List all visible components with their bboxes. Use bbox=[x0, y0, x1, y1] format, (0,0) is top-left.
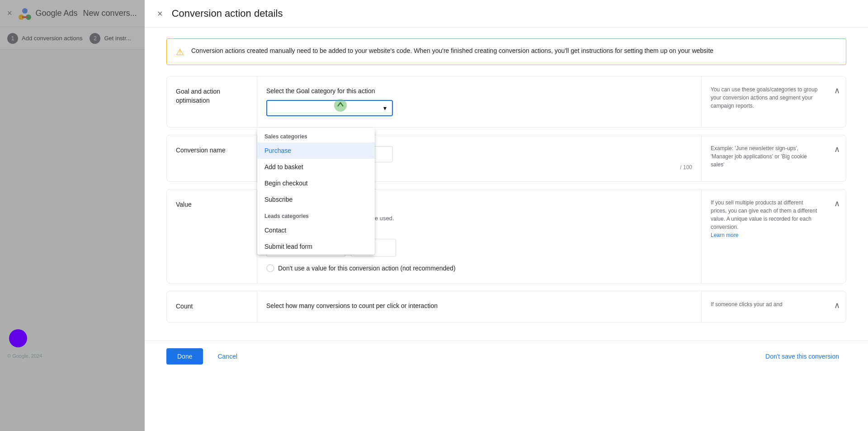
count-description: Select how many conversions to count per… bbox=[266, 302, 692, 309]
count-label-col: Count bbox=[167, 291, 257, 322]
value-help-col: If you sell multiple products at differe… bbox=[701, 189, 828, 283]
conversion-name-label: Conversion name bbox=[176, 147, 226, 154]
no-value-radio[interactable] bbox=[266, 264, 274, 272]
goal-optimisation-section: Goal and action optimisation Select the … bbox=[166, 76, 846, 128]
count-section: Count Select how many conversions to cou… bbox=[166, 291, 846, 322]
dropdown-arrow-icon: ▾ bbox=[383, 104, 387, 112]
no-value-row: Don't use a value for this conversion ac… bbox=[266, 264, 692, 272]
value-help-text: If you sell multiple products at differe… bbox=[711, 199, 817, 230]
cancel-button[interactable]: Cancel bbox=[210, 348, 245, 365]
goal-help-text: You can use these goals/categories to gr… bbox=[711, 86, 817, 109]
value-section-label: Value bbox=[176, 201, 192, 208]
conversion-name-help-text: Example: 'June newsletter sign-ups', 'Ma… bbox=[711, 145, 807, 168]
help-button[interactable] bbox=[9, 329, 27, 347]
count-help-text: If someone clicks your ad and bbox=[711, 301, 783, 308]
section-label-col-goal: Goal and action optimisation bbox=[167, 76, 257, 127]
warning-banner: ⚠ Conversion actions created manually ne… bbox=[166, 38, 846, 65]
goal-field-label: Select the Goal category for this action bbox=[266, 87, 692, 95]
warning-icon: ⚠ bbox=[176, 47, 184, 57]
svg-point-4 bbox=[334, 99, 347, 112]
modal-close-button[interactable]: × bbox=[156, 7, 165, 20]
dropdown-item-add-to-basket[interactable]: Add to basket bbox=[257, 159, 375, 175]
cursor-svg bbox=[333, 98, 348, 113]
goal-category-dropdown-menu: Sales categories Purchase Add to basket … bbox=[257, 128, 375, 255]
leads-categories-header: Leads categories bbox=[257, 208, 375, 222]
modal-body: ⚠ Conversion actions created manually ne… bbox=[145, 28, 868, 341]
conversion-name-collapse-col: ∧ bbox=[828, 135, 846, 181]
goal-section-help: You can use these goals/categories to gr… bbox=[701, 76, 828, 127]
goal-section-main: Select the Goal category for this action… bbox=[257, 76, 701, 127]
goal-collapse-col: ∧ bbox=[828, 76, 846, 127]
value-collapse-col: ∧ bbox=[828, 189, 846, 283]
warning-text: Conversion actions created manually need… bbox=[191, 46, 713, 56]
learn-more-link[interactable]: Learn more bbox=[711, 232, 738, 238]
conversion-name-collapse-button[interactable]: ∧ bbox=[832, 142, 842, 156]
conversion-action-details-modal: × Conversion action details ⚠ Conversion… bbox=[145, 0, 868, 431]
count-main-col: Select how many conversions to count per… bbox=[257, 291, 701, 322]
count-section-label: Count bbox=[176, 303, 193, 310]
value-label-col: Value bbox=[167, 189, 257, 283]
count-help-col: If someone clicks your ad and bbox=[701, 291, 828, 322]
goal-collapse-button[interactable]: ∧ bbox=[832, 84, 842, 97]
dropdown-scroll-area[interactable]: Sales categories Purchase Add to basket … bbox=[257, 128, 375, 255]
conversion-name-help: Example: 'June newsletter sign-ups', 'Ma… bbox=[701, 135, 828, 181]
count-collapse-col: ∧ bbox=[828, 291, 846, 322]
no-value-label: Don't use a value for this conversion ac… bbox=[278, 265, 456, 272]
sales-categories-header: Sales categories bbox=[257, 128, 375, 142]
copyright-text: © Google, 2024 bbox=[7, 353, 42, 359]
dropdown-item-subscribe[interactable]: Subscribe bbox=[257, 191, 375, 208]
dropdown-item-submit-lead[interactable]: Submit lead form bbox=[257, 238, 375, 255]
conversion-name-label-col: Conversion name bbox=[167, 135, 257, 181]
modal-header: × Conversion action details bbox=[145, 0, 868, 28]
done-button[interactable]: Done bbox=[166, 348, 203, 365]
value-collapse-button[interactable]: ∧ bbox=[832, 197, 842, 210]
goal-category-dropdown[interactable]: ▾ bbox=[266, 100, 393, 116]
gray-overlay bbox=[0, 0, 145, 431]
modal-title: Conversion action details bbox=[172, 8, 283, 19]
modal-footer: Done Cancel Don't save this conversion bbox=[145, 341, 868, 372]
goal-section-label: Goal and action optimisation bbox=[176, 88, 220, 104]
count-collapse-button[interactable]: ∧ bbox=[832, 298, 842, 312]
dropdown-item-contact[interactable]: Contact bbox=[257, 222, 375, 238]
dropdown-item-begin-checkout[interactable]: Begin checkout bbox=[257, 175, 375, 191]
dropdown-item-purchase[interactable]: Purchase bbox=[257, 142, 375, 159]
dont-save-button[interactable]: Don't save this conversion bbox=[758, 348, 846, 365]
cursor-indicator bbox=[333, 98, 348, 113]
